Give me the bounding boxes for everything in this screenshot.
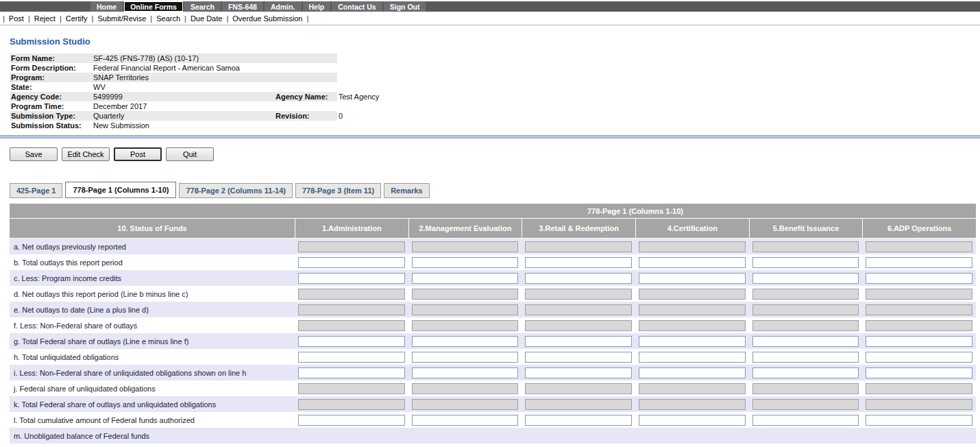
tab-778-page-1-columns-1-10[interactable]: 778-Page 1 (Columns 1-10): [65, 182, 176, 198]
grid-cell-f-6: [862, 317, 976, 333]
input-h-6[interactable]: [866, 352, 972, 363]
input-h-4[interactable]: [639, 352, 746, 363]
input-b-4[interactable]: [639, 257, 746, 268]
field-value-2: [337, 101, 977, 111]
page-tabs: 425-Page 1778-Page 1 (Columns 1-10)778-P…: [10, 182, 980, 198]
toolbar-link-overdue-submission[interactable]: Overdue Submission: [232, 14, 302, 23]
toolbar-link-certify[interactable]: Certify: [66, 14, 88, 23]
grid-cell-l-2: [408, 412, 522, 428]
quit-button[interactable]: Quit: [166, 147, 214, 161]
nav-item-home[interactable]: Home: [90, 1, 123, 12]
input-b-3[interactable]: [525, 257, 632, 268]
grid-cell-c-6: [862, 270, 976, 286]
post-button[interactable]: Post: [114, 147, 162, 161]
input-c-2[interactable]: [412, 273, 519, 284]
input-l-4[interactable]: [639, 415, 746, 426]
input-b-5[interactable]: [752, 257, 859, 268]
input-l-6[interactable]: [866, 415, 972, 426]
row-label-g: g. Total Federal share of outlays (Line …: [10, 333, 295, 349]
nav-item-help[interactable]: Help: [303, 1, 331, 12]
grid-cell-l-5: [749, 412, 863, 428]
grid-cell-d-5: [749, 286, 863, 302]
input-b-6[interactable]: [866, 257, 972, 268]
save-button[interactable]: Save: [10, 147, 58, 161]
input-g-5[interactable]: [752, 336, 859, 347]
input-l-5[interactable]: [752, 415, 859, 426]
tab-425-page-1[interactable]: 425-Page 1: [10, 183, 62, 198]
input-c-6[interactable]: [866, 273, 972, 284]
toolbar-link-reject[interactable]: Reject: [34, 14, 56, 23]
form-info-row: Program Time: December 2017: [10, 101, 977, 111]
toolbar-link-due-date[interactable]: Due Date: [191, 14, 222, 23]
input-b-1[interactable]: [298, 257, 405, 268]
row-label-a: a. Net outlays previously reported: [10, 239, 295, 254]
input-c-4[interactable]: [639, 273, 746, 284]
grid-cell-c-3: [522, 270, 635, 286]
nav-item-online-forms[interactable]: Online Forms: [124, 1, 183, 12]
input-l-3[interactable]: [525, 415, 632, 426]
input-k-6: [866, 399, 972, 410]
grid-cell-f-3: [522, 317, 635, 333]
nav-item-contact-us[interactable]: Contact Us: [332, 1, 382, 12]
toolbar-link-submit-revise[interactable]: Submit/Revise: [97, 14, 146, 23]
input-h-3[interactable]: [525, 352, 632, 363]
nav-item-admin[interactable]: Admin.: [265, 1, 302, 12]
input-d-1: [298, 289, 405, 300]
grid-cell-l-1: [295, 412, 408, 428]
tab-778-page-2-columns-11-14[interactable]: 778-Page 2 (Columns 11-14): [179, 183, 293, 198]
edit-check-button[interactable]: Edit Check: [62, 147, 110, 161]
field-value-2: 0: [337, 111, 977, 121]
grid-cell-g-2: [408, 333, 522, 349]
grid-cell-m-1: [295, 428, 408, 444]
input-g-3[interactable]: [525, 336, 632, 347]
field-value-2: [337, 53, 977, 63]
tab-778-page-3-item-11[interactable]: 778-Page 3 (Item 11): [295, 183, 381, 198]
nav-item-search[interactable]: Search: [184, 1, 221, 12]
input-c-5[interactable]: [752, 273, 859, 284]
input-g-4[interactable]: [639, 336, 746, 347]
grid-cell-f-1: [295, 317, 408, 333]
grid-cell-d-1: [295, 286, 408, 302]
input-g-2[interactable]: [412, 336, 519, 347]
input-c-3[interactable]: [525, 273, 632, 284]
input-a-5: [752, 241, 859, 252]
input-i-1[interactable]: [298, 367, 405, 378]
input-l-1[interactable]: [298, 415, 405, 426]
input-h-2[interactable]: [412, 352, 519, 363]
input-g-6[interactable]: [866, 336, 972, 347]
input-c-1[interactable]: [298, 273, 405, 284]
input-e-4: [639, 304, 746, 315]
grid-cell-g-1: [295, 333, 408, 349]
grid-body: a. Net outlays previously reported b. To…: [10, 239, 976, 444]
tab-remarks[interactable]: Remarks: [384, 183, 429, 198]
toolbar-link-search[interactable]: Search: [156, 14, 180, 23]
input-i-4[interactable]: [639, 367, 746, 378]
nav-item-fns-648[interactable]: FNS-648: [222, 1, 263, 12]
field-value: WV: [92, 82, 274, 92]
form-info-row: Agency Code: 5499999 Agency Name: Test A…: [10, 92, 977, 101]
input-h-5[interactable]: [752, 352, 859, 363]
grid-cell-j-3: [522, 380, 635, 396]
input-i-3[interactable]: [525, 367, 632, 378]
input-l-2[interactable]: [412, 415, 519, 426]
input-i-5[interactable]: [752, 367, 859, 378]
input-h-1[interactable]: [298, 352, 405, 363]
column-header-6-adp-operations: 6.ADP Operations: [862, 219, 976, 238]
toolbar-link-post[interactable]: Post: [9, 14, 24, 23]
grid-cell-c-1: [295, 270, 408, 286]
input-i-2[interactable]: [412, 367, 519, 378]
grid-cell-l-3: [522, 412, 635, 428]
nav-item-sign-out[interactable]: Sign Out: [384, 1, 426, 12]
field-label: Program Time:: [10, 101, 92, 111]
input-b-2[interactable]: [412, 257, 519, 268]
input-d-3: [525, 289, 632, 300]
grid-cell-i-1: [295, 365, 408, 380]
grid-cell-l-6: [862, 412, 976, 428]
input-g-1[interactable]: [298, 336, 405, 347]
grid-cell-k-6: [862, 396, 976, 412]
form-info-table: Form Name: SF-425 (FNS-778) (AS) (10-17)…: [10, 53, 977, 130]
field-value-2: Test Agency: [337, 92, 977, 101]
input-i-6[interactable]: [866, 367, 972, 378]
field-label: Form Description:: [10, 63, 92, 73]
grid-cell-h-4: [635, 349, 749, 365]
